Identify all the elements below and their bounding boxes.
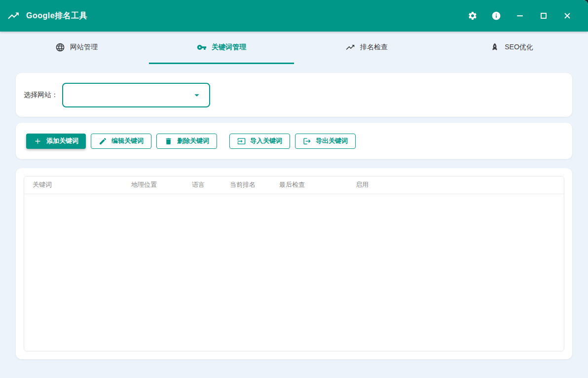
tab-label: 排名检查 bbox=[360, 43, 388, 52]
site-selector-label: 选择网站： bbox=[24, 91, 58, 100]
table-empty-body bbox=[24, 194, 564, 351]
button-label: 删除关键词 bbox=[177, 137, 209, 145]
column-header-language: 语言 bbox=[184, 176, 221, 194]
tab-label: 网站管理 bbox=[70, 43, 98, 52]
globe-icon bbox=[55, 42, 65, 52]
key-icon bbox=[197, 42, 207, 52]
export-icon bbox=[303, 137, 311, 145]
keyword-table: 关键词 地理位置 语言 当前排名 最后检查 启用 bbox=[24, 176, 564, 351]
import-keywords-button[interactable]: 导入关键词 bbox=[229, 134, 290, 149]
tab-seo-optimization[interactable]: SEO优化 bbox=[439, 32, 584, 64]
minimize-icon bbox=[515, 11, 525, 21]
button-label: 编辑关键词 bbox=[111, 137, 144, 145]
export-keywords-button[interactable]: 导出关键词 bbox=[295, 134, 356, 149]
settings-icon bbox=[468, 11, 478, 21]
tab-label: SEO优化 bbox=[505, 43, 533, 52]
import-icon bbox=[237, 137, 246, 145]
tab-bar: 网站管理 关键词管理 排名检查 SEO优化 bbox=[0, 32, 588, 64]
trash-icon bbox=[164, 137, 173, 145]
info-button[interactable] bbox=[491, 10, 502, 21]
pencil-icon bbox=[99, 137, 107, 145]
titlebar: Google排名工具 bbox=[0, 0, 588, 32]
column-header-keyword: 关键词 bbox=[24, 176, 123, 194]
site-selector-card: 选择网站： bbox=[16, 73, 572, 117]
button-label: 导入关键词 bbox=[250, 137, 282, 145]
trending-up-icon bbox=[345, 42, 355, 52]
add-keyword-button[interactable]: 添加关键词 bbox=[26, 134, 86, 149]
column-header-last-check: 最后检查 bbox=[271, 176, 347, 194]
keyword-toolbar-card: 添加关键词 编辑关键词 删除关键词 导入关键词 导出关键词 bbox=[16, 123, 572, 159]
maximize-button[interactable] bbox=[538, 10, 549, 21]
tab-keyword-management[interactable]: 关键词管理 bbox=[149, 32, 294, 64]
settings-button[interactable] bbox=[467, 10, 478, 21]
app-title: Google排名工具 bbox=[26, 11, 87, 21]
site-select-dropdown[interactable] bbox=[62, 83, 210, 107]
plus-icon bbox=[34, 137, 42, 145]
button-label: 导出关键词 bbox=[316, 137, 348, 145]
minimize-button[interactable] bbox=[514, 10, 525, 21]
rocket-icon bbox=[490, 42, 500, 52]
tab-website-management[interactable]: 网站管理 bbox=[4, 32, 149, 64]
column-header-enabled: 启用 bbox=[347, 176, 564, 194]
trending-up-icon bbox=[7, 9, 20, 22]
close-icon bbox=[562, 11, 572, 21]
app-window: Google排名工具 bbox=[0, 0, 588, 378]
column-header-location: 地理位置 bbox=[123, 176, 184, 194]
info-icon bbox=[491, 11, 501, 21]
table-header-row: 关键词 地理位置 语言 当前排名 最后检查 启用 bbox=[24, 176, 564, 194]
keyword-table-card: 关键词 地理位置 语言 当前排名 最后检查 启用 bbox=[16, 168, 572, 359]
close-button[interactable] bbox=[562, 10, 573, 21]
tab-rank-check[interactable]: 排名检查 bbox=[294, 32, 439, 64]
tab-label: 关键词管理 bbox=[212, 43, 246, 52]
delete-keyword-button[interactable]: 删除关键词 bbox=[156, 134, 217, 149]
column-header-current-rank: 当前排名 bbox=[221, 176, 271, 194]
button-label: 添加关键词 bbox=[46, 137, 78, 145]
caret-down-icon bbox=[191, 90, 202, 101]
maximize-icon bbox=[539, 11, 549, 21]
edit-keyword-button[interactable]: 编辑关键词 bbox=[91, 134, 151, 149]
